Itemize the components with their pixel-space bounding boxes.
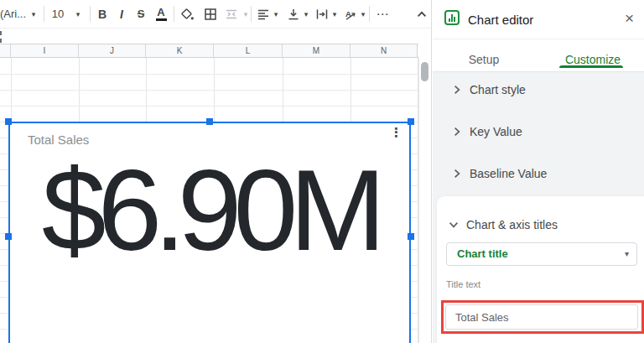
borders-icon[interactable] — [200, 0, 221, 28]
section-chart-axis-titles-card: Chart & axis titles Chart title ▾ Title … — [436, 195, 644, 343]
text-color-swatch — [156, 18, 167, 21]
text-rotation-dropdown-icon[interactable]: ▾ — [357, 0, 369, 28]
toolbar-divider — [174, 6, 174, 22]
fill-color-icon[interactable] — [176, 0, 198, 28]
clipped-text-fragment — [0, 39, 2, 43]
bold-button[interactable]: B — [92, 0, 112, 28]
more-toolbar-button[interactable]: ⋯ — [372, 0, 392, 28]
chevron-right-icon — [449, 124, 465, 143]
section-key-value[interactable]: Key Value — [432, 122, 644, 143]
tabbar-divider — [433, 71, 644, 72]
resize-handle-left-middle[interactable] — [5, 233, 12, 240]
chart-editor-icon — [444, 10, 460, 25]
horizontal-align-dropdown-icon[interactable]: ▾ — [270, 0, 282, 28]
chevron-up-icon — [414, 7, 429, 22]
font-size-dropdown-icon[interactable]: ▾ — [72, 0, 84, 28]
scorecard-chart[interactable]: Total Sales $6.90M ⋮ — [8, 122, 411, 343]
grid-line — [418, 58, 419, 343]
close-icon[interactable]: × — [621, 9, 637, 28]
chart-value: $6.90M — [10, 147, 409, 273]
vertical-align-dropdown-icon[interactable]: ▾ — [300, 0, 312, 28]
grid-line — [0, 106, 418, 107]
chart-editor-panel: Chart editor × Setup Customize Chart sty… — [431, 0, 644, 343]
toolbar-divider — [251, 6, 252, 22]
merge-cells-icon[interactable] — [221, 0, 242, 28]
title-text-label: Title text — [446, 279, 480, 289]
column-header-I[interactable]: I — [11, 44, 79, 57]
column-header-N[interactable]: N — [351, 44, 418, 57]
grid-line — [0, 74, 418, 75]
section-baseline-value[interactable]: Baseline Value — [432, 164, 644, 185]
font-size-selector[interactable]: 10 — [47, 0, 69, 28]
dropdown-arrow-icon: ▾ — [625, 243, 629, 265]
column-header-J[interactable]: J — [79, 44, 146, 57]
chart-menu-kebab-icon[interactable]: ⋮ — [387, 125, 406, 142]
vertical-scrollbar-thumb[interactable] — [421, 62, 428, 81]
text-wrap-dropdown-icon[interactable]: ▾ — [329, 0, 340, 28]
font-size-value: 10 — [52, 8, 64, 20]
font-family-label: (Ari... — [0, 8, 26, 20]
clipped-text-fragment — [0, 31, 2, 35]
toolbar-divider — [44, 6, 44, 22]
collapse-toolbar-button[interactable] — [413, 0, 430, 28]
chevron-right-icon — [449, 82, 465, 101]
panel-title: Chart editor — [468, 13, 533, 27]
title-text-input[interactable] — [445, 304, 638, 330]
panel-header-divider — [433, 39, 644, 39]
red-annotation-box — [441, 300, 644, 334]
spreadsheet-grid[interactable]: IJKLMN Total Sales $6.90M ⋮ — [0, 44, 431, 343]
section-chart-axis-titles[interactable]: Chart & axis titles — [437, 205, 644, 228]
active-tab-underline — [559, 65, 623, 68]
toolbar-divider — [369, 6, 370, 22]
tab-setup[interactable]: Setup — [452, 49, 516, 70]
title-type-select[interactable]: Chart title ▾ — [446, 242, 637, 266]
italic-button[interactable]: I — [112, 0, 131, 28]
toolbar-divider — [90, 6, 91, 22]
section-chart-style[interactable]: Chart style — [432, 80, 644, 101]
column-header-M[interactable]: M — [283, 44, 351, 57]
resize-handle-top-left[interactable] — [5, 118, 12, 125]
strikethrough-button[interactable]: S — [131, 0, 151, 28]
title-type-selected-value: Chart title — [457, 243, 508, 265]
column-header-L[interactable]: L — [214, 44, 283, 57]
chevron-down-icon — [446, 217, 461, 236]
formula-bar[interactable] — [0, 28, 431, 44]
google-sheets-app: (Ari... ▾ 10 ▾ B I S A — [0, 0, 644, 343]
resize-handle-top-middle[interactable] — [206, 118, 213, 125]
toolbar: (Ari... ▾ 10 ▾ B I S A — [0, 0, 431, 28]
merge-cells-dropdown-icon[interactable]: ▾ — [240, 0, 252, 28]
text-color-button[interactable]: A — [151, 0, 171, 28]
row-header-stub[interactable] — [0, 44, 11, 57]
grid-line — [0, 90, 418, 91]
resize-handle-top-right[interactable] — [408, 118, 414, 125]
chevron-right-icon — [449, 166, 465, 184]
font-family-selector[interactable]: (Ari... — [0, 0, 29, 28]
resize-handle-right-middle[interactable] — [408, 233, 414, 240]
column-header-K[interactable]: K — [146, 44, 214, 57]
font-family-dropdown-icon[interactable]: ▾ — [28, 0, 39, 28]
